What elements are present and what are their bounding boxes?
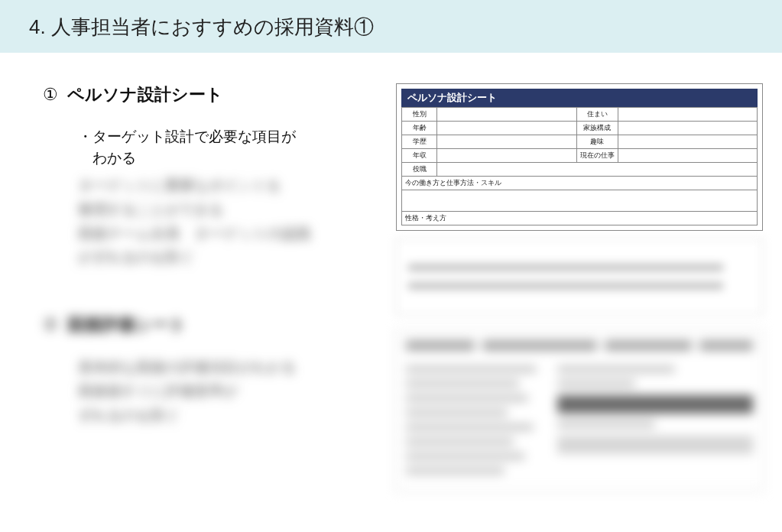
item1-bullet1: ・ターゲット設計で必要な項目が わかる (78, 126, 372, 168)
sheet-cell (618, 122, 758, 135)
item1-blurred-bullets: ターゲットに重要なポイントを 整理することができる 面接チーム全員 ターゲットの… (78, 174, 372, 269)
sheet-label: 趣味 (576, 135, 618, 149)
sheet-cell (437, 122, 577, 135)
sheet-table: 性別 住まい 年齢 家族構成 学歴 趣味 (401, 107, 758, 177)
item1-title: ペルソナ設計シート (67, 83, 223, 106)
sheet-cell (437, 135, 577, 149)
sheet-cell (618, 135, 758, 149)
sheet-label: 現在の仕事 (576, 149, 618, 163)
page-title: 4. 人事担当者におすすめの採用資料① (29, 15, 374, 38)
blurred-panel-2 (396, 330, 763, 491)
sheet-title: ペルソナ設計シート (401, 89, 758, 107)
sheet-label: 役職 (402, 163, 437, 177)
sheet-cell (437, 149, 577, 163)
item1-number: ① (43, 85, 58, 105)
sheet-cell (618, 149, 758, 163)
item2-heading-blurred: ② 面接評価シート (43, 313, 372, 336)
sheet-section-label: 性格・考え方 (401, 212, 758, 225)
blurred-panel-1 (396, 238, 763, 315)
sheet-label: 年齢 (402, 122, 437, 135)
content-area: ① ペルソナ設計シート ・ターゲット設計で必要な項目が わかる ターゲットに重要… (0, 53, 782, 491)
item1-heading: ① ペルソナ設計シート (43, 83, 372, 106)
item2-blurred-bullets: 基本的な面接の評価項目がわかる 面接後すぐに評価基準が ずれるのを防ぐ (78, 356, 372, 427)
persona-sheet-preview: ペルソナ設計シート 性別 住まい 年齢 家族構成 (396, 83, 763, 231)
sheet-cell (437, 163, 758, 177)
page-header: 4. 人事担当者におすすめの採用資料① (0, 0, 782, 53)
sheet-cell (437, 108, 577, 122)
right-column: ペルソナ設計シート 性別 住まい 年齢 家族構成 (396, 83, 763, 491)
sheet-label: 学歴 (402, 135, 437, 149)
sheet-label: 家族構成 (576, 122, 618, 135)
left-column: ① ペルソナ設計シート ・ターゲット設計で必要な項目が わかる ターゲットに重要… (43, 83, 372, 491)
sheet-label: 住まい (576, 108, 618, 122)
sheet-blank-area (401, 190, 758, 212)
sheet-label: 年収 (402, 149, 437, 163)
sheet-section-label: 今の働き方と仕事方法・スキル (401, 177, 758, 190)
sheet-cell (618, 108, 758, 122)
sheet-label: 性別 (402, 108, 437, 122)
